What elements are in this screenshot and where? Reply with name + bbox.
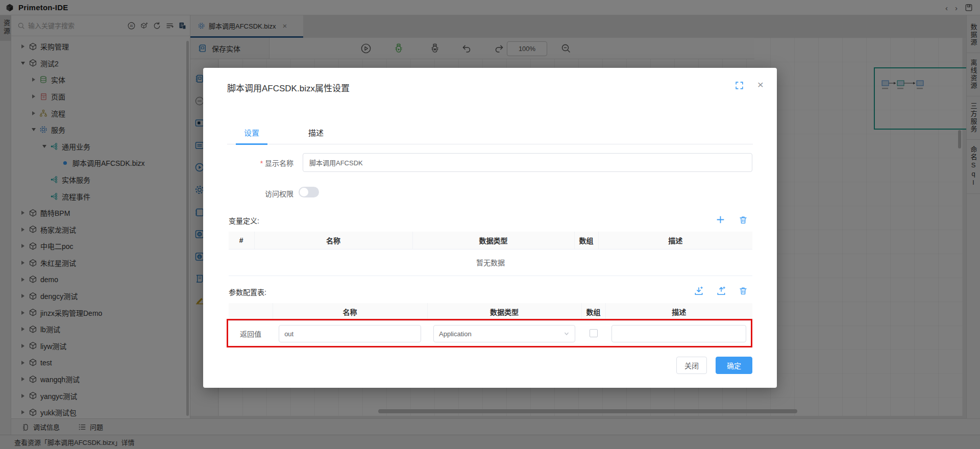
chevron-down-icon — [564, 331, 570, 337]
export-params-icon[interactable] — [716, 286, 726, 296]
properties-dialog: 脚本调用AFCSDK.bizx属性设置 × 设置 描述 显示名称 访问权限 变量… — [203, 68, 777, 388]
display-name-input[interactable] — [303, 153, 752, 172]
param-name-input[interactable] — [279, 325, 421, 342]
param-desc-input[interactable] — [611, 325, 747, 342]
dialog-tabs: 设置 描述 — [227, 124, 753, 144]
toggle-knob — [300, 188, 308, 196]
tab-settings[interactable]: 设置 — [236, 124, 267, 144]
access-toggle[interactable] — [299, 187, 319, 197]
params-col-name: 名称 — [273, 303, 427, 320]
params-col-type: 数据类型 — [427, 303, 581, 320]
param-type-value: Application — [439, 330, 472, 338]
params-col-array: 数组 — [581, 303, 605, 320]
variables-col-index: # — [229, 232, 254, 249]
close-icon[interactable]: × — [757, 79, 764, 90]
dialog-title: 脚本调用AFCSDK.bizx属性设置 — [227, 81, 350, 94]
param-row-label: 返回值 — [229, 320, 273, 347]
display-name-label: 显示名称 — [227, 158, 293, 168]
variables-col-name: 名称 — [254, 232, 412, 249]
variables-section-label: 变量定义: — [229, 215, 259, 226]
variables-col-desc: 描述 — [598, 232, 752, 249]
fullscreen-icon[interactable] — [735, 81, 744, 90]
params-table: 名称 数据类型 数组 描述 返回值 Application — [229, 303, 752, 347]
variables-empty-text: 暂无数据 — [229, 249, 752, 276]
close-button[interactable]: 关闭 — [676, 357, 707, 374]
params-col-desc: 描述 — [605, 303, 752, 320]
param-array-checkbox[interactable] — [590, 329, 598, 337]
import-params-icon[interactable] — [694, 286, 704, 296]
add-variable-icon[interactable] — [716, 215, 725, 224]
params-section-label: 参数配置表: — [229, 287, 266, 297]
param-type-select[interactable]: Application — [433, 325, 575, 342]
variables-table: # 名称 数据类型 数组 描述 暂无数据 — [229, 232, 752, 276]
variables-col-type: 数据类型 — [412, 232, 574, 249]
access-label: 访问权限 — [227, 188, 293, 198]
delete-variable-icon[interactable] — [739, 215, 748, 224]
primeton-ide-window: Primeton-IDE ‹ › 资源 AI 采购管理测试 — [0, 0, 980, 449]
delete-param-icon[interactable] — [739, 286, 748, 295]
confirm-button[interactable]: 确定 — [716, 357, 752, 374]
params-col-blank — [229, 303, 273, 320]
tab-description[interactable]: 描述 — [300, 124, 332, 144]
param-row-return-value: 返回值 Application — [229, 320, 752, 347]
variables-col-array: 数组 — [574, 232, 598, 249]
